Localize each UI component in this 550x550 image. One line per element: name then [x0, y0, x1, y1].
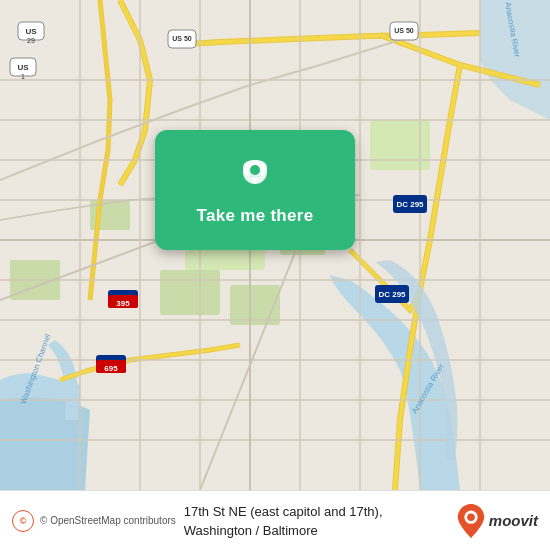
svg-point-56 [467, 513, 475, 521]
take-me-there-label: Take me there [197, 206, 314, 226]
svg-point-54 [250, 165, 260, 175]
svg-text:US: US [25, 27, 37, 36]
svg-rect-3 [160, 270, 220, 315]
svg-text:DC 295: DC 295 [396, 200, 424, 209]
svg-rect-4 [230, 285, 280, 325]
bottom-bar: © © OpenStreetMap contributors 17th St N… [0, 490, 550, 550]
location-pin-icon [233, 154, 277, 198]
map-container: US 29 US 1 395 US 50 US 50 DC 295 DC 295… [0, 0, 550, 490]
osm-attribution: © OpenStreetMap contributors [40, 515, 176, 526]
svg-rect-8 [370, 120, 430, 170]
svg-text:US 50: US 50 [394, 27, 414, 34]
svg-text:695: 695 [104, 364, 118, 373]
svg-text:DC 295: DC 295 [378, 290, 406, 299]
osm-logo: © [12, 510, 34, 532]
svg-text:US 50: US 50 [172, 35, 192, 42]
svg-text:395: 395 [116, 299, 130, 308]
osm-icon: © [20, 516, 27, 526]
take-me-there-card[interactable]: Take me there [155, 130, 355, 250]
moovit-pin-icon [457, 504, 485, 538]
svg-text:1: 1 [21, 73, 25, 80]
svg-text:29: 29 [27, 37, 35, 44]
moovit-text: moovit [489, 512, 538, 529]
location-info: 17th St NE (east capitol and 17th), Wash… [176, 502, 447, 540]
location-name: 17th St NE (east capitol and 17th), Wash… [184, 504, 383, 538]
moovit-logo: moovit [457, 504, 538, 538]
svg-text:US: US [17, 63, 29, 72]
